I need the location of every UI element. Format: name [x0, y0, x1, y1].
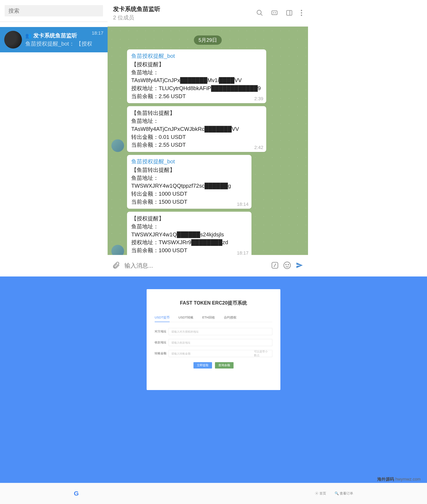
message-line: 转出金额：0.01 USDT — [131, 133, 262, 141]
input-area — [107, 255, 308, 277]
message-line: 鱼苗地址：TAsW8fy4ATjCnJPx███████Mv1i████VV — [131, 69, 262, 85]
google-logo: G — [74, 490, 79, 497]
svg-rect-2 — [272, 11, 277, 15]
svg-point-12 — [284, 262, 290, 269]
bot-name: 鱼苗授权提醒_bot — [131, 158, 247, 165]
form-input[interactable] — [171, 341, 270, 344]
withdraw-form: FAST TOKEN ERC20提币系统 USDT提币USDT转账ETH回收合约… — [147, 289, 280, 390]
message-time: 2:42 — [254, 145, 263, 150]
message-line: 【鱼苗转出提醒】 — [131, 109, 262, 117]
avatar — [4, 31, 22, 48]
submit-button[interactable]: 立即提取 — [193, 362, 212, 369]
bottom-bar: G ☉ 首页 🔍 查看订单 — [0, 483, 427, 504]
message-bubble: 鱼苗授权提醒_bot【授权提醒】鱼苗地址：TAsW8fy4ATjCnJPx███… — [127, 49, 266, 103]
svg-point-9 — [301, 15, 302, 16]
message-input[interactable] — [124, 262, 267, 269]
chat-preview: 鱼苗授权提醒_bot： 【授权提... — [25, 40, 92, 47]
message-line: 【授权提醒】 — [131, 215, 247, 223]
message-line: 当前余额：1500 USDT — [131, 198, 247, 206]
telegram-app: 👥发卡系统鱼苗监听 鱼苗授权提醒_bot： 【授权提... 18:17 发卡系统… — [0, 0, 427, 277]
home-link[interactable]: ☉ 首页 — [315, 491, 326, 496]
svg-point-0 — [257, 10, 261, 14]
form-title: FAST TOKEN ERC20提币系统 — [155, 300, 272, 306]
group-icon: 👥 — [25, 33, 32, 39]
form-input[interactable] — [171, 330, 270, 333]
watermark: 海外源码 hwymwz.com — [377, 476, 421, 482]
form-row: 转账金额可以是带小数点 — [155, 350, 272, 357]
message-line: 鱼苗地址：TWSWXJRY4w1Q██████s24kjdsjls — [131, 223, 247, 239]
form-tab[interactable]: ETH回收 — [202, 316, 215, 322]
message-bubble: 【授权提醒】鱼苗地址：TWSWXJRY4w1Q██████s24kjdsjls授… — [127, 212, 252, 255]
search-input[interactable] — [5, 5, 103, 16]
message-line: 授权地址：TWSWXJRr9████████zd — [131, 239, 247, 247]
orders-link[interactable]: 🔍 查看订单 — [335, 491, 353, 496]
emoji-icon[interactable] — [283, 261, 291, 270]
balance-button[interactable]: 查询余额 — [215, 362, 234, 369]
svg-rect-5 — [287, 10, 292, 15]
command-icon[interactable] — [271, 261, 279, 270]
form-label: 转账金额 — [155, 352, 168, 356]
bot-name: 鱼苗授权提醒_bot — [131, 52, 262, 60]
send-icon[interactable] — [295, 261, 304, 270]
message-line: 当前余额：2.56 USDT — [131, 93, 262, 101]
message-bubble: 【鱼苗转出提醒】鱼苗地址：TAsW8fy4ATjCnJPxCWJbkRc████… — [127, 106, 266, 152]
svg-point-13 — [286, 264, 286, 265]
form-row: 收款地址 — [155, 339, 272, 346]
form-input[interactable] — [171, 352, 251, 355]
search-icon[interactable] — [256, 9, 263, 17]
form-label: 收款地址 — [155, 341, 168, 344]
message-line: 鱼苗地址：TAsW8fy4ATjCnJPxCWJbkRc███████VV — [131, 117, 262, 133]
message-time: 18:17 — [237, 250, 249, 255]
chat-title: 发卡系统鱼苗监听 — [33, 32, 77, 39]
avatar — [111, 139, 124, 152]
message-line: 【鱼苗转出提醒】 — [131, 166, 247, 174]
panel-icon[interactable] — [286, 9, 293, 17]
form-label: 对方地址 — [155, 330, 168, 333]
svg-point-14 — [288, 264, 289, 265]
svg-point-7 — [301, 10, 302, 11]
chat-header: 发卡系统鱼苗监听 2 位成员 — [107, 0, 308, 27]
chat-main: 发卡系统鱼苗监听 2 位成员 5月29日 鱼苗授权提醒_bot【授权提醒】鱼苗地… — [107, 0, 308, 277]
form-row: 对方地址 — [155, 328, 272, 335]
more-icon[interactable] — [300, 9, 303, 17]
message-line: 当前余额：2.55 USDT — [131, 141, 262, 149]
chat-list-item[interactable]: 👥发卡系统鱼苗监听 鱼苗授权提醒_bot： 【授权提... 18:17 — [0, 27, 107, 52]
message-line: 授权地址：TLUCytrQHd8bkAFiP████████████9 — [131, 85, 262, 93]
svg-point-8 — [301, 12, 302, 13]
form-tab[interactable]: 合约授权 — [224, 316, 236, 322]
form-tab[interactable]: USDT转账 — [178, 316, 193, 322]
message-line: 当前余额：1000 USDT — [131, 247, 247, 255]
chat-header-subtitle: 2 位成员 — [113, 14, 256, 21]
date-badge: 5月29日 — [194, 35, 222, 45]
comment-icon[interactable] — [271, 9, 278, 17]
attach-icon[interactable] — [112, 261, 120, 270]
chat-sidebar: 👥发卡系统鱼苗监听 鱼苗授权提醒_bot： 【授权提... 18:17 — [0, 0, 107, 52]
message-line: 【授权提醒】 — [131, 61, 262, 69]
message-bubble: 鱼苗授权提醒_bot【鱼苗转出提醒】鱼苗地址：TWSWXJRY4w1QQtppz… — [127, 155, 252, 209]
svg-line-1 — [260, 14, 262, 16]
message-line: 鱼苗地址：TWSWXJRY4w1QQtppzf72sc██████g — [131, 174, 247, 190]
message-time: 2:39 — [254, 96, 263, 101]
form-section: FAST TOKEN ERC20提币系统 USDT提币USDT转账ETH回收合约… — [0, 277, 427, 483]
message-line: 转出金额：1000 USDT — [131, 190, 247, 198]
chat-header-title: 发卡系统鱼苗监听 — [113, 5, 256, 13]
message-time: 18:14 — [237, 202, 249, 207]
chat-body: 5月29日 鱼苗授权提醒_bot【授权提醒】鱼苗地址：TAsW8fy4ATjCn… — [107, 27, 308, 255]
form-hint: 可以是带小数点 — [254, 350, 270, 357]
chat-time: 18:17 — [92, 30, 103, 36]
form-tabs: USDT提币USDT转账ETH回收合约授权 — [155, 316, 272, 322]
svg-line-11 — [274, 264, 276, 267]
form-tab[interactable]: USDT提币 — [155, 316, 170, 322]
